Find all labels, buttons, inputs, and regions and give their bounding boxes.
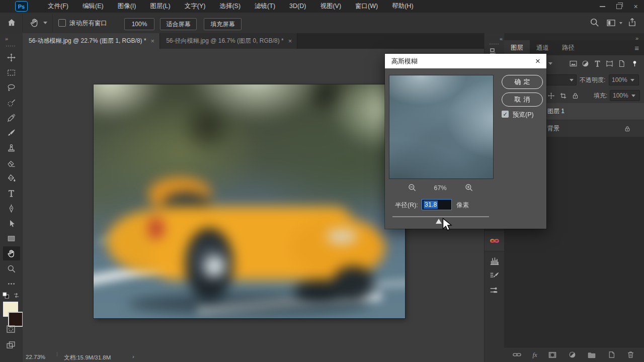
hand-tool[interactable]: [3, 246, 20, 260]
swap-colors-icon[interactable]: [13, 292, 20, 299]
document-canvas[interactable]: [94, 84, 405, 318]
status-chevron-icon[interactable]: ›: [132, 353, 134, 359]
filter-adjustment-icon[interactable]: [581, 59, 590, 68]
zoom-tool[interactable]: [3, 261, 20, 276]
gaussian-blur-dialog: 高斯模糊 × 确定 取消 ✓ 预览(P) 67% 半径(R): 31.8 像素: [385, 54, 546, 229]
menu-window[interactable]: 窗口(W): [348, 0, 385, 13]
clone-stamp-tool[interactable]: [3, 141, 20, 155]
fill-label: 填充:: [594, 92, 607, 100]
menu-layer[interactable]: 图层(L): [143, 0, 177, 13]
home-icon[interactable]: [7, 18, 17, 28]
blur-preview-thumbnail[interactable]: [389, 75, 494, 179]
share-icon[interactable]: [627, 17, 637, 28]
marquee-tool[interactable]: [3, 65, 20, 79]
delete-layer-trash-icon[interactable]: [626, 350, 635, 359]
brush-tool[interactable]: [3, 126, 20, 140]
add-layer-mask-icon[interactable]: [548, 350, 557, 359]
search-icon[interactable]: [589, 17, 600, 28]
type-tool[interactable]: [3, 186, 20, 200]
lock-position-icon[interactable]: [547, 92, 555, 100]
fit-screen-button[interactable]: 适合屏幕: [160, 18, 197, 30]
document-tab-1[interactable]: 56-动感模糊.jpg @ 22.7% (图层 1, RGB/8) * ×: [23, 33, 160, 49]
pen-tool[interactable]: [3, 201, 20, 215]
tab-channels[interactable]: 通道: [530, 40, 555, 55]
menu-image[interactable]: 图像(I): [111, 0, 143, 13]
filter-type-layer-icon[interactable]: [593, 59, 602, 68]
link-layers-icon[interactable]: [512, 350, 522, 359]
tool-presets-panel-icon[interactable]: [485, 283, 505, 298]
zoom-out-icon[interactable]: [408, 183, 417, 192]
collapse-panels-chevron[interactable]: «: [500, 36, 502, 42]
photoshop-logo-icon[interactable]: Ps: [15, 1, 28, 12]
ok-button[interactable]: 确定: [502, 75, 543, 89]
quick-mask-icon[interactable]: [6, 324, 16, 334]
menu-items: 文件(F) 编辑(E) 图像(I) 图层(L) 文字(Y) 选择(S) 滤镜(T…: [41, 0, 421, 13]
menu-help[interactable]: 帮助(H): [385, 0, 420, 13]
menu-type[interactable]: 文字(Y): [178, 0, 213, 13]
dialog-title-bar[interactable]: 高斯模糊 ×: [385, 54, 546, 68]
quick-selection-tool[interactable]: [3, 96, 20, 110]
cancel-button[interactable]: 取消: [502, 93, 543, 107]
default-colors-icon[interactable]: [2, 292, 10, 299]
layer-lock-icon[interactable]: [624, 125, 631, 132]
edit-toolbar-ellipsis[interactable]: [3, 277, 20, 291]
tab-close-icon[interactable]: ×: [151, 38, 155, 44]
zoom-level[interactable]: 22.73%: [26, 354, 45, 360]
menu-edit[interactable]: 编辑(E): [75, 0, 111, 13]
filter-shape-icon[interactable]: [605, 59, 614, 68]
scroll-all-windows-checkbox[interactable]: [58, 19, 66, 27]
histogram-panel-icon[interactable]: [485, 253, 505, 268]
close-button[interactable]: ×: [627, 0, 644, 13]
menu-file[interactable]: 文件(F): [41, 0, 75, 13]
preview-checkbox[interactable]: ✓: [502, 111, 509, 118]
radius-slider-track[interactable]: [392, 216, 489, 217]
restore-button[interactable]: [611, 0, 627, 13]
lock-all-icon[interactable]: [572, 92, 579, 100]
workspace-icon[interactable]: [606, 18, 616, 28]
tab-close-icon[interactable]: ×: [288, 38, 292, 44]
eyedropper-tool[interactable]: [3, 111, 20, 125]
filter-type-chevron[interactable]: [548, 62, 552, 65]
adjustment-layer-icon[interactable]: [568, 350, 577, 359]
tab-layers[interactable]: 图层: [504, 40, 530, 55]
separator: [52, 14, 53, 32]
tab-paths[interactable]: 路径: [555, 40, 581, 55]
radius-input[interactable]: 31.8: [422, 199, 452, 210]
menu-view[interactable]: 视图(V): [313, 0, 348, 13]
menu-3d[interactable]: 3D(D): [282, 0, 313, 13]
chevron-down-icon[interactable]: [619, 22, 622, 24]
expand-toolbar-chevron[interactable]: »: [5, 36, 8, 42]
lock-artboard-icon[interactable]: [559, 92, 567, 100]
new-group-folder-icon[interactable]: [587, 350, 596, 359]
layer-style-fx-icon[interactable]: fx: [532, 351, 537, 359]
screen-mode-icon[interactable]: [6, 340, 16, 350]
paint-bucket-tool[interactable]: [3, 171, 20, 185]
lasso-tool[interactable]: [3, 80, 20, 95]
new-layer-icon[interactable]: [607, 350, 616, 359]
panel-menu-icon[interactable]: ≡: [634, 44, 639, 52]
fill-value-dropdown[interactable]: 100%: [610, 90, 640, 101]
zoom-in-icon[interactable]: [464, 183, 473, 192]
move-tool[interactable]: [3, 50, 20, 64]
menu-filter[interactable]: 滤镜(T): [248, 0, 282, 13]
hand-tool-options-icon[interactable]: [29, 17, 40, 28]
filter-image-icon[interactable]: [569, 59, 578, 68]
dialog-close-icon[interactable]: ×: [535, 57, 540, 65]
document-tab-2[interactable]: 56-径向模糊.jpg @ 16.7% (图层 0, RGB/8) * ×: [160, 33, 297, 49]
zoom-100-button[interactable]: 100%: [124, 18, 154, 30]
menu-select[interactable]: 选择(S): [212, 0, 248, 13]
panel-grip[interactable]: [490, 43, 500, 45]
fill-screen-button[interactable]: 填充屏幕: [204, 18, 242, 30]
path-selection-tool[interactable]: [3, 216, 20, 230]
toolbar-grip[interactable]: [6, 45, 16, 47]
radius-slider-handle[interactable]: [436, 219, 442, 224]
filter-smart-object-icon[interactable]: [617, 59, 626, 68]
opacity-value-dropdown[interactable]: 100%: [609, 74, 639, 85]
chevron-down-icon[interactable]: [43, 22, 47, 24]
rectangle-tool[interactable]: [3, 231, 20, 245]
minimize-button[interactable]: [594, 0, 611, 13]
eraser-tool[interactable]: [3, 156, 20, 170]
brush-settings-panel-icon[interactable]: [485, 268, 505, 284]
libraries-panel-icon[interactable]: [485, 230, 505, 251]
filter-toggle-pin-icon[interactable]: [631, 59, 638, 68]
